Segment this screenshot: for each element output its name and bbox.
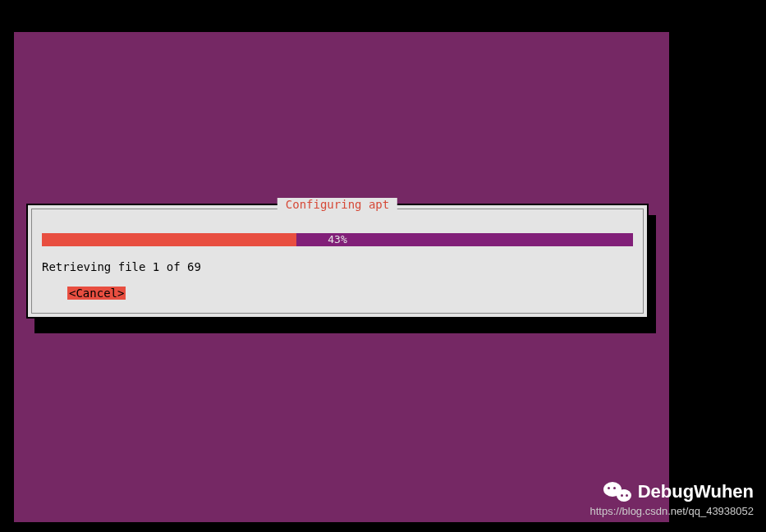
watermark-url: https://blog.csdn.net/qq_43938052 bbox=[590, 505, 755, 517]
progress-bar: 43% bbox=[42, 233, 633, 246]
dialog-inner-border: 43% Retrieving file 1 of 69 <Cancel> bbox=[31, 209, 644, 314]
progress-percent-label: 43% bbox=[328, 233, 346, 246]
progress-bar-fill bbox=[42, 233, 296, 246]
watermark-author: DebugWuhen bbox=[590, 480, 755, 503]
cancel-button[interactable]: <Cancel> bbox=[67, 287, 126, 300]
watermark-author-name: DebugWuhen bbox=[638, 481, 754, 502]
watermark: DebugWuhen https://blog.csdn.net/qq_4393… bbox=[590, 480, 755, 517]
dialog-title: Configuring apt bbox=[278, 198, 397, 211]
wechat-icon bbox=[603, 480, 631, 503]
apt-config-dialog: Configuring apt 43% Retrieving file 1 of… bbox=[26, 204, 649, 319]
retrieving-status-text: Retrieving file 1 of 69 bbox=[42, 260, 201, 273]
